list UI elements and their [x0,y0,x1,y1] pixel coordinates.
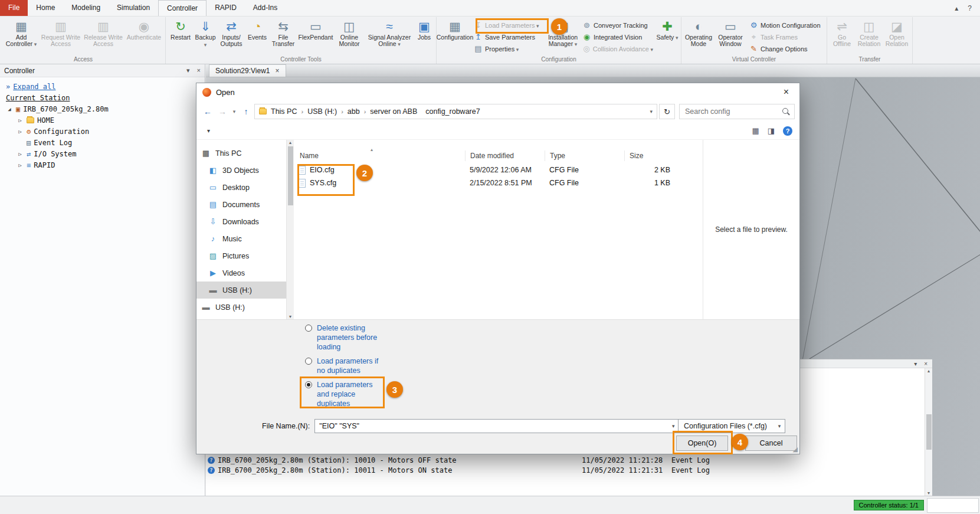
file-transfer-button[interactable]: ⇆ File Transfer [269,17,297,55]
tree-expanded-icon[interactable]: ◢ [6,106,13,112]
open-button[interactable]: Open(O) [676,436,728,451]
event-log-scrollbar[interactable]: ▴ ▾ [925,368,932,496]
request-write-access-button[interactable]: ▥ Request Write Access [40,17,82,55]
event-log-row[interactable]: ? IRB_6700_205kg_2.80m (Station): 10010 … [208,456,923,465]
nav-videos[interactable]: ▶ Videos [196,264,286,281]
radio-load-if-no-duplicates[interactable]: Load parameters if no duplicates [305,356,388,375]
tree-item-configuration[interactable]: ▷ ⚙ Configuration [2,126,202,137]
breadcrumb-server-on-abb[interactable]: server on ABB [370,107,417,116]
column-size[interactable]: Size [624,150,683,161]
tab-rapid[interactable]: RAPID [207,0,245,16]
file-row-eio[interactable]: EIO.cfg 5/9/2022 12:06 AM CFG File 2 KB [294,163,703,176]
help-icon[interactable]: ? [968,4,972,12]
signal-analyzer-button[interactable]: ≈ Signal Analyzer Online [365,17,414,55]
safety-button[interactable]: ✚ Safety [655,17,679,55]
open-relation-button[interactable]: ◪ Open Relation [883,17,910,55]
properties-button[interactable]: ▤ Properties [471,43,546,54]
scroll-down-icon[interactable]: ▾ [289,314,291,319]
filename-dropdown-icon[interactable]: ▾ [668,423,679,429]
tree-collapsed-icon[interactable]: ▷ [17,151,24,157]
preview-pane-icon[interactable]: ◨ [768,126,775,135]
save-parameters-button[interactable]: ↥ Save Parameters [471,31,546,42]
filename-input[interactable] [315,422,668,430]
events-button[interactable]: ◔ Events [245,17,269,55]
refresh-button[interactable]: ↻ [659,104,675,119]
breadcrumb-abb[interactable]: abb [348,107,360,116]
panel-menu-icon[interactable]: ▾ [186,67,190,74]
create-relation-button[interactable]: ◫ Create Relation [855,17,883,55]
operating-mode-button[interactable]: ◐ Operating Mode [683,17,714,55]
dialog-help-icon[interactable]: ? [783,126,792,136]
column-type[interactable]: Type [545,150,624,161]
filetype-combobox[interactable]: Configuration Files (*.cfg) ▾ [678,419,785,433]
nav-downloads[interactable]: ⇩ Downloads [196,213,286,230]
add-controller-button[interactable]: ▦ Add Controller [3,17,40,55]
column-name[interactable]: Name ▴ [294,152,465,160]
nav-desktop[interactable]: ▭ Desktop [196,179,286,196]
view-mode-icon[interactable]: ▦ [752,126,759,135]
current-station-link[interactable]: Current Station [2,92,202,103]
back-button[interactable]: ← [201,107,214,116]
motion-configuration-button[interactable]: ⚙ Motion Configuration [747,19,825,31]
nav-usb-h[interactable]: ▬ USB (H:) [196,281,286,299]
breadcrumb-config-robware7[interactable]: config_robware7 [425,107,480,116]
flexpendant-button[interactable]: ▭ FlexPendant [297,17,334,55]
scroll-up-icon[interactable]: ▴ [289,140,291,145]
configuration-button[interactable]: ▦ Configuration [438,17,471,55]
event-log-menu-icon[interactable]: ▾ [914,361,917,367]
tree-item-event-log[interactable]: ▤ Event Log [2,137,202,148]
scroll-down-icon[interactable]: ▾ [927,490,930,496]
panel-close-icon[interactable]: × [197,67,201,74]
forward-button[interactable]: → [216,107,229,116]
tab-modeling[interactable]: Modeling [63,0,109,16]
scroll-up-icon[interactable]: ▴ [927,368,930,374]
up-button[interactable]: ↑ [240,107,253,116]
nav-pictures[interactable]: ▨ Pictures [196,247,286,264]
nav-music[interactable]: ♪ Music [196,230,286,247]
scrollbar-thumb[interactable] [926,414,932,450]
task-frames-button[interactable]: ⌖ Task Frames [747,31,825,42]
online-monitor-button[interactable]: ◫ Online Monitor [334,17,365,55]
conveyor-tracking-button[interactable]: ⊚ Conveyor Tracking [580,19,655,31]
dialog-close-button[interactable]: × [773,83,799,101]
search-input[interactable] [684,107,782,116]
expand-all-link[interactable]: » Expand all [2,81,202,92]
radio-delete-existing[interactable]: Delete existing parameters before loadin… [305,323,388,352]
change-options-button[interactable]: ✎ Change Options [747,43,825,54]
scrollbar-thumb[interactable] [288,146,293,205]
tree-item-rapid[interactable]: ▷ ≡ RAPID [2,159,202,171]
recent-locations-dropdown-icon[interactable]: ▾ [231,109,238,114]
tab-file[interactable]: File [0,0,28,16]
authenticate-button[interactable]: ◉ Authenticate [124,17,163,55]
release-write-access-button[interactable]: ▥ Release Write Access [82,17,124,55]
go-offline-button[interactable]: ⇌ Go Offline [829,17,855,55]
tree-collapsed-icon[interactable]: ▷ [17,162,24,168]
tree-item-home[interactable]: ▷ HOME [2,114,202,126]
tree-collapsed-icon[interactable]: ▷ [17,129,24,135]
file-row-sys[interactable]: SYS.cfg 2/15/2022 8:51 PM CFG File 1 KB [294,176,703,189]
event-log-row[interactable]: ? IRB_6700_205kg_2.80m (Station): 10011 … [208,466,923,475]
nav-this-pc[interactable]: ▦ This PC [196,145,286,162]
event-log-close-icon[interactable]: × [924,361,927,367]
cancel-button[interactable]: Cancel [745,436,797,451]
tab-simulation[interactable]: Simulation [109,0,158,16]
jobs-button[interactable]: ▣ Jobs [414,17,434,55]
tab-addins[interactable]: Add-Ins [245,0,286,16]
view-tab[interactable]: Solution29:View1 × [209,64,286,77]
column-date-modified[interactable]: Date modified [465,150,545,161]
radio-load-replace-duplicates[interactable]: Load parameters and replace duplicates [305,380,388,408]
dialog-title-bar[interactable]: Open × [196,83,799,101]
backup-button[interactable]: ⇓ Backup [194,17,217,55]
tree-item-controller[interactable]: ◢ ▣ IRB_6700_205kg_2.80m [2,103,202,114]
nav-3d-objects[interactable]: ◧ 3D Objects [196,162,286,179]
resize-grip-icon[interactable]: ◢ [793,446,798,453]
tab-controller[interactable]: Controller [158,0,207,16]
view-tab-close-icon[interactable]: × [276,67,280,75]
collapse-ribbon-icon[interactable]: ▴ [955,4,958,12]
address-bar[interactable]: This PC › USB (H:) › abb › server on ABB… [254,104,657,119]
load-parameters-button[interactable]: ↧ Load Parameters [471,19,546,31]
tree-collapsed-icon[interactable]: ▷ [17,117,24,123]
collision-avoidance-button[interactable]: ◎ Collision Avoidance [580,43,655,54]
nav-usb-h-2[interactable]: ▬ USB (H:) [196,299,286,316]
navigation-scrollbar[interactable]: ▴ ▾ [286,140,294,319]
